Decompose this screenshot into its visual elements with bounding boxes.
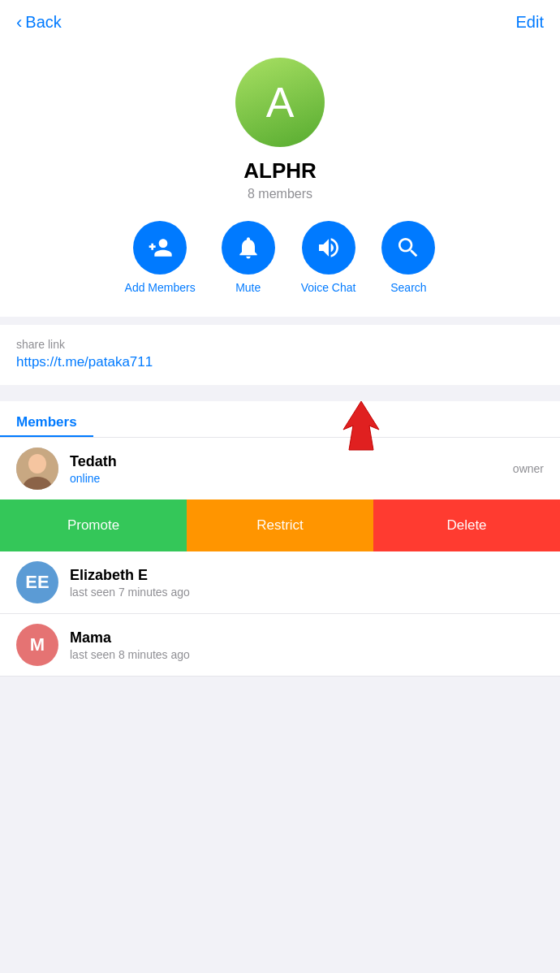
members-header: Members (0, 401, 93, 437)
top-nav: ‹ Back Edit (0, 0, 560, 41)
search-icon (395, 235, 421, 261)
search-label: Search (390, 281, 426, 294)
voice-chat-button[interactable]: Voice Chat (301, 221, 356, 294)
tedath-info: Tedath online (70, 453, 513, 485)
search-button[interactable]: Search (381, 221, 435, 294)
add-members-button[interactable]: Add Members (125, 221, 196, 294)
group-members-count: 8 members (248, 187, 312, 201)
members-header-wrap: Members (0, 401, 560, 438)
mute-button[interactable]: Mute (222, 221, 275, 294)
elizabeth-avatar-initials: EE (25, 572, 49, 593)
tedath-status: online (70, 472, 513, 485)
avatar-letter: A (266, 78, 295, 127)
tedath-name: Tedath (70, 453, 513, 470)
profile-section: A ALPHR 8 members Add Members Mute (0, 41, 560, 317)
voice-chat-label: Voice Chat (301, 281, 356, 294)
bell-icon (235, 235, 261, 261)
share-link-section: share link https://t.me/pataka711 (0, 325, 560, 385)
elizabeth-info: Elizabeth E last seen 7 minutes ago (70, 567, 544, 599)
share-link-label: share link (16, 338, 544, 351)
member-row-tedath[interactable]: Tedath online owner (0, 438, 560, 499)
group-avatar: A (235, 58, 325, 147)
mama-status: last seen 8 minutes ago (70, 648, 544, 661)
mute-icon-circle (222, 221, 275, 275)
members-title: Members (16, 414, 77, 430)
edit-button[interactable]: Edit (516, 13, 544, 32)
promote-button[interactable]: Promote (0, 499, 187, 551)
mama-name: Mama (70, 629, 544, 647)
mama-info: Mama last seen 8 minutes ago (70, 629, 544, 661)
chevron-left-icon: ‹ (16, 14, 22, 32)
search-icon-circle (381, 221, 435, 275)
mute-label: Mute (235, 281, 261, 294)
person-add-icon (147, 235, 173, 261)
delete-button[interactable]: Delete (373, 499, 560, 551)
elizabeth-name: Elizabeth E (70, 567, 544, 584)
restrict-button[interactable]: Restrict (187, 499, 373, 551)
members-section: Members Tedath online owner (0, 401, 560, 677)
divider-1 (0, 317, 560, 325)
tedath-avatar (16, 448, 58, 490)
member-row-elizabeth[interactable]: EE Elizabeth E last seen 7 minutes ago (0, 551, 560, 614)
svg-point-1 (28, 454, 46, 474)
back-button[interactable]: ‹ Back (16, 13, 62, 32)
back-label: Back (25, 13, 61, 32)
add-members-icon-circle (133, 221, 187, 275)
mama-avatar: M (16, 624, 58, 666)
member-row-mama[interactable]: M Mama last seen 8 minutes ago (0, 614, 560, 677)
waveform-icon (316, 235, 342, 261)
action-buttons-row: Add Members Mute Voice Chat (16, 221, 544, 294)
tedath-badge: owner (513, 462, 544, 475)
tedath-swipe-container: Tedath online owner Promote Restrict Del… (0, 438, 560, 551)
elizabeth-avatar: EE (16, 561, 58, 603)
divider-2 (0, 385, 560, 393)
elizabeth-status: last seen 7 minutes ago (70, 586, 544, 599)
tedath-avatar-image (16, 448, 58, 490)
add-members-label: Add Members (125, 281, 196, 294)
voice-chat-icon-circle (302, 221, 355, 275)
swipe-actions-row: Promote Restrict Delete (0, 499, 560, 551)
share-link-url[interactable]: https://t.me/pataka711 (16, 354, 544, 370)
mama-avatar-initials: M (30, 634, 45, 655)
group-name: ALPHR (243, 158, 317, 184)
